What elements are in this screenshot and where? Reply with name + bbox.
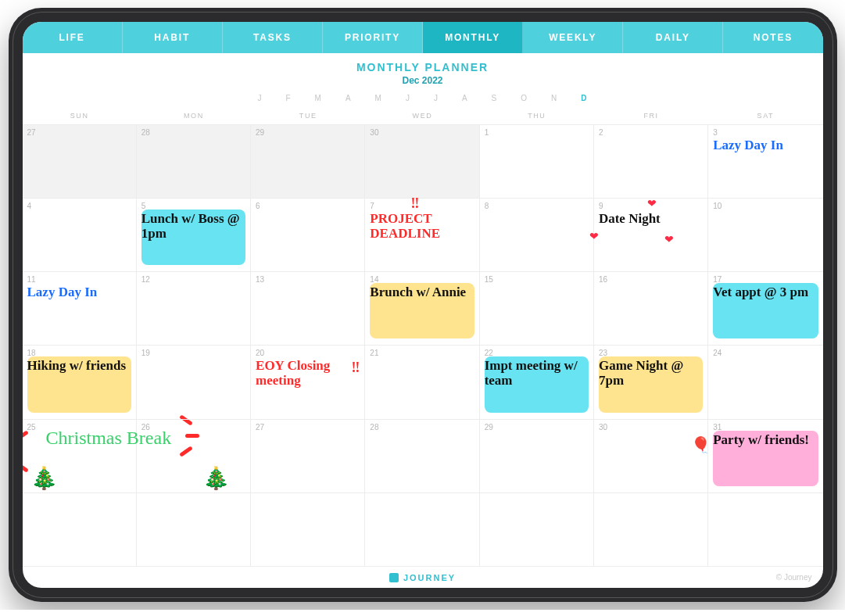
day-number: 8 xyxy=(485,202,589,210)
day-number: 20 xyxy=(256,349,360,357)
weekday-label: TUE xyxy=(251,109,365,124)
calendar-cell[interactable]: 29 xyxy=(480,419,594,492)
day-number: 12 xyxy=(141,275,245,284)
copyright: © Journey xyxy=(776,573,812,582)
day-number: 28 xyxy=(370,423,474,432)
header: MONTHLY PLANNER Dec 2022 xyxy=(23,53,823,89)
calendar-cell[interactable]: 1 xyxy=(480,124,594,198)
tab-priority[interactable]: PRIORITY xyxy=(323,22,423,53)
calendar-cell[interactable]: 15 xyxy=(480,271,594,345)
calendar-cell[interactable]: 21 xyxy=(365,345,479,418)
tab-daily[interactable]: DAILY xyxy=(623,22,723,53)
calendar-cell[interactable]: 9Date Night❤❤❤ xyxy=(594,198,708,271)
month-letter[interactable]: J xyxy=(257,94,262,102)
tab-notes[interactable]: NOTES xyxy=(723,22,822,53)
calendar-cell[interactable]: 11Lazy Day In xyxy=(23,271,137,345)
heart-icon: ❤ xyxy=(664,233,674,245)
day-number: 1 xyxy=(485,128,589,137)
calendar-cell[interactable]: 5Lunch w/ Boss @ 1pm xyxy=(137,198,251,271)
calendar-cell[interactable]: 8 xyxy=(480,198,594,271)
calendar-cell[interactable] xyxy=(251,492,365,566)
month-letter[interactable]: S xyxy=(492,94,498,102)
calendar-cell[interactable]: 25Christmas Break🎄🎄 xyxy=(23,419,137,492)
calendar-cell[interactable]: 12 xyxy=(137,271,251,345)
calendar-cell[interactable]: 13 xyxy=(251,271,365,345)
tab-habit[interactable]: HABIT xyxy=(123,22,223,53)
day-number: 2 xyxy=(599,128,703,137)
month-letter[interactable]: M xyxy=(375,94,382,102)
day-number: 24 xyxy=(713,349,818,357)
handwritten-note: Lazy Day In xyxy=(713,138,818,153)
tab-tasks[interactable]: TASKS xyxy=(223,22,323,53)
handwritten-note: Brunch w/ Annie xyxy=(370,285,474,300)
day-number: 30 xyxy=(599,423,703,432)
calendar-cell[interactable]: 16 xyxy=(594,271,708,345)
day-number: 19 xyxy=(141,349,245,357)
calendar-cell[interactable]: 19 xyxy=(137,345,251,418)
tab-life[interactable]: LIFE xyxy=(23,22,123,53)
month-letter[interactable]: A xyxy=(462,94,468,102)
calendar-cell[interactable]: 4 xyxy=(23,198,137,271)
tab-weekly[interactable]: WEEKLY xyxy=(523,22,623,53)
day-number: 21 xyxy=(370,349,474,357)
day-number: 6 xyxy=(256,202,360,210)
day-number: 3 xyxy=(713,128,818,137)
calendar-cell[interactable]: 14Brunch w/ Annie xyxy=(365,271,479,345)
heart-icon: ❤ xyxy=(647,197,657,210)
top-tabs: LIFEHABITTASKSPRIORITYMONTHLYWEEKLYDAILY… xyxy=(23,22,823,53)
month-letter[interactable]: J xyxy=(406,94,410,102)
handwritten-note: EOY Closing meeting xyxy=(256,359,360,388)
calendar-cell[interactable]: 27 xyxy=(23,124,137,198)
month-letter[interactable]: M xyxy=(315,94,322,102)
calendar-cell[interactable]: 20EOY Closing meeting‼ xyxy=(251,345,365,418)
month-letter[interactable]: A xyxy=(346,94,352,102)
calendar-cell[interactable]: 23Game Night @ 7pm xyxy=(594,345,708,418)
tab-monthly[interactable]: MONTHLY xyxy=(423,22,523,53)
calendar-cell[interactable] xyxy=(23,492,137,566)
calendar-cell[interactable] xyxy=(594,492,708,566)
month-letter[interactable]: O xyxy=(521,94,528,102)
calendar-cell[interactable]: 2 xyxy=(594,124,708,198)
calendar-cell[interactable]: 30 xyxy=(594,419,708,492)
current-month[interactable]: Dec 2022 xyxy=(23,75,823,86)
handwritten-note: Hiking w/ friends xyxy=(27,359,131,374)
month-letter[interactable]: J xyxy=(434,94,439,102)
calendar-cell[interactable]: 22Impt meeting w/ team xyxy=(480,345,594,418)
calendar-cell[interactable] xyxy=(365,492,479,566)
calendar-cell[interactable]: 7PROJECT DEADLINE‼ xyxy=(365,198,479,271)
calendar-cell[interactable]: 18Hiking w/ friends xyxy=(23,345,137,418)
calendar-cell[interactable]: 28 xyxy=(365,419,479,492)
calendar-cell[interactable]: 3Lazy Day In xyxy=(708,124,822,198)
calendar-cell[interactable]: 30 xyxy=(365,124,479,198)
calendar-cell[interactable]: 10 xyxy=(708,198,822,271)
calendar-cell[interactable] xyxy=(480,492,594,566)
day-number: 4 xyxy=(27,202,131,210)
calendar-cell[interactable]: 29 xyxy=(251,124,365,198)
month-letter[interactable]: D xyxy=(581,94,587,102)
calendar-cell[interactable]: 28 xyxy=(137,124,251,198)
calendar-cell[interactable] xyxy=(708,492,822,566)
handwritten-note: Lunch w/ Boss @ 1pm xyxy=(141,212,245,241)
day-number: 10 xyxy=(713,202,818,210)
calendar-cell[interactable]: 31Party w/ friends!🎈 xyxy=(708,419,822,492)
app-screen: LIFEHABITTASKSPRIORITYMONTHLYWEEKLYDAILY… xyxy=(23,22,823,588)
footer: JOURNEY © Journey xyxy=(23,566,823,588)
month-strip: JFMAMJJASOND xyxy=(23,89,823,109)
day-number: 27 xyxy=(256,423,360,432)
calendar-cell[interactable] xyxy=(137,492,251,566)
calendar-cell[interactable]: 24 xyxy=(708,345,822,418)
month-letter[interactable]: N xyxy=(551,94,557,102)
day-number: 27 xyxy=(27,128,131,137)
handwritten-note: Christmas Break xyxy=(46,428,172,448)
calendar-cell[interactable]: 17Vet appt @ 3 pm xyxy=(708,271,822,345)
day-number: 29 xyxy=(256,128,360,137)
calendar-cell[interactable]: 6 xyxy=(251,198,365,271)
calendar-cell[interactable]: 27 xyxy=(251,419,365,492)
day-number: 11 xyxy=(27,275,131,284)
handwritten-note: Impt meeting w/ team xyxy=(485,359,589,388)
month-letter[interactable]: F xyxy=(285,94,291,102)
tree-icon: 🎄 xyxy=(30,465,58,491)
weekday-label: SAT xyxy=(708,109,822,124)
weekday-label: SUN xyxy=(23,109,137,124)
brand[interactable]: JOURNEY xyxy=(389,573,456,582)
